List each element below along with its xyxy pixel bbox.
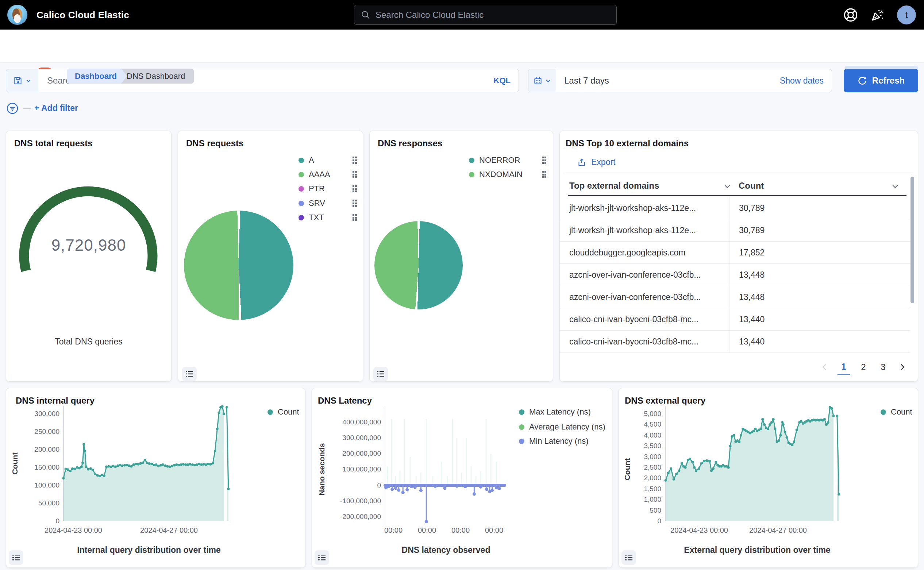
legend-item[interactable]: Max Latency (ns) — [519, 407, 610, 417]
news-party-popper-icon[interactable] — [870, 7, 885, 23]
count-cell: 13,448 — [729, 264, 910, 286]
series-color-dot — [881, 409, 886, 415]
legend-actions-icon[interactable] — [542, 156, 547, 164]
saved-query-menu-button[interactable] — [6, 69, 38, 92]
show-dates-button[interactable]: Show dates — [780, 76, 832, 86]
legend-actions-icon[interactable] — [352, 199, 357, 207]
panel-dns-internal-query: DNS internal query Count Count 300,00025… — [6, 388, 305, 568]
series-color-dot — [519, 424, 524, 430]
legend-actions-icon[interactable] — [352, 156, 357, 164]
table-row[interactable]: jlt-worksh-jlt-workshop-aks-112e...30,78… — [560, 219, 910, 242]
legend-actions-icon[interactable] — [542, 171, 547, 178]
panel-dns-latency: DNS Latency Max Latency (ns) Average Lat… — [312, 388, 612, 568]
x-axis-tick: 2024-04-27 00:00 — [140, 526, 198, 535]
table-row[interactable]: azcni-over-ivan-conference-03cfb...13,44… — [560, 264, 910, 286]
series-color-dot — [268, 409, 273, 415]
table-row[interactable]: azcni-over-ivan-conference-03cfb...13,44… — [560, 286, 910, 308]
series-color-dot — [299, 186, 304, 192]
x-axis-tick: 00:00 — [485, 526, 503, 535]
legend-item[interactable]: Min Latency (ns) — [519, 436, 610, 446]
list-icon — [318, 553, 326, 562]
domain-cell: calico-cni-ivan-byocni-03cfb8-mc... — [560, 314, 729, 325]
export-button[interactable]: Export — [577, 157, 615, 167]
y-axis-tick: 500 — [650, 506, 661, 515]
legend-item[interactable]: TXT — [299, 212, 357, 222]
kql-language-button[interactable]: KQL — [486, 76, 519, 86]
x-axis-tick: 00:00 — [384, 526, 403, 535]
legend-item[interactable]: Count — [881, 407, 912, 417]
chevron-down-icon[interactable] — [891, 182, 899, 190]
page-3-button[interactable]: 3 — [877, 359, 889, 375]
legend-item[interactable]: Average Latency (ns) — [519, 422, 610, 432]
chevron-down-icon[interactable] — [723, 182, 731, 190]
y-axis-tick: 5,000 — [644, 409, 661, 418]
refresh-icon — [857, 75, 867, 86]
area-chart-internal-query[interactable] — [63, 406, 233, 521]
pie-chart-dns-requests[interactable] — [184, 211, 293, 320]
domain-cell: azcni-over-ivan-conference-03cfb... — [560, 292, 729, 302]
x-axis-title: DNS latency observed — [402, 545, 490, 555]
panel-options-button[interactable] — [373, 367, 388, 382]
y-axis-tick: 3,000 — [644, 452, 661, 461]
legend-item[interactable]: Count — [268, 407, 299, 417]
legend-item[interactable]: A — [299, 155, 357, 165]
filter-icon[interactable] — [6, 103, 18, 114]
global-search[interactable] — [354, 5, 617, 25]
x-axis-tick: 2024-04-27 00:00 — [749, 526, 807, 535]
y-axis-tick: 100,000 — [34, 481, 60, 490]
x-axis-tick: 00:00 — [451, 526, 470, 535]
time-picker: Last 7 days Show dates — [528, 69, 832, 92]
legend-item[interactable]: NXDOMAIN — [469, 169, 546, 179]
x-axis-tick: 2024-04-23 00:00 — [44, 526, 102, 535]
domain-cell: jlt-worksh-jlt-workshop-aks-112e... — [560, 225, 729, 235]
y-axis-tick: 400,000,000 — [342, 418, 381, 427]
series-color-dot — [299, 172, 304, 177]
table-row[interactable]: clouddebugger.googleapis.com17,852 — [560, 242, 910, 264]
legend-item[interactable]: NOERROR — [469, 155, 546, 165]
table-header: Top external domains Count — [560, 178, 918, 194]
y-axis-tick: 250,000 — [34, 428, 60, 436]
column-header-domain[interactable]: Top external domains — [569, 181, 659, 191]
next-page-button[interactable] — [896, 359, 907, 375]
refresh-button[interactable]: Refresh — [844, 69, 918, 92]
panel-options-button[interactable] — [182, 367, 197, 382]
panel-options-button[interactable] — [314, 550, 329, 565]
y-axis-tick: -100,000,000 — [340, 496, 381, 506]
help-icon[interactable] — [843, 7, 858, 23]
panel-title: DNS external query — [625, 395, 705, 406]
panel-options-button[interactable] — [622, 550, 636, 565]
breadcrumb-dashboard[interactable]: Dashboard — [67, 69, 127, 84]
legend-actions-icon[interactable] — [352, 214, 357, 221]
series-color-dot — [469, 172, 474, 177]
calendar-menu-button[interactable] — [529, 69, 556, 92]
panel-dns-responses: DNS responses NOERROR NXDOMAIN — [369, 131, 553, 382]
line-chart-dns-latency[interactable] — [385, 406, 505, 526]
table-row[interactable]: calico-cni-ivan-byocni-03cfb8-mc...13,44… — [560, 331, 910, 353]
x-axis-tick: 2024-04-23 00:00 — [670, 526, 728, 535]
nav-bar: c Dashboard DNS Dashboard Full screen Sh… — [0, 29, 924, 63]
series-color-dot — [299, 201, 304, 206]
table-scrollbar[interactable] — [910, 177, 914, 303]
legend-item[interactable]: AAAA — [299, 169, 357, 179]
pie-chart-dns-responses[interactable] — [374, 221, 463, 310]
page-1-button[interactable]: 1 — [838, 359, 850, 375]
table-row[interactable]: jlt-worksh-jlt-workshop-aks-112e...30,78… — [560, 197, 910, 219]
legend-actions-icon[interactable] — [352, 171, 357, 178]
column-header-count[interactable]: Count — [739, 181, 764, 191]
calico-logo[interactable] — [7, 5, 28, 25]
time-range-value[interactable]: Last 7 days — [556, 75, 780, 86]
y-axis-tick: 150,000 — [34, 463, 60, 472]
table-row[interactable]: calico-cni-ivan-byocni-03cfb8-mc...13,44… — [560, 308, 910, 331]
user-avatar[interactable]: t — [897, 6, 916, 25]
series-color-dot — [519, 409, 524, 415]
global-search-input[interactable] — [375, 10, 610, 20]
previous-page-button[interactable] — [819, 359, 830, 375]
area-chart-external-query[interactable] — [666, 406, 845, 521]
y-axis-tick: 50,000 — [38, 499, 60, 507]
panel-options-button[interactable] — [9, 550, 23, 565]
page-2-button[interactable]: 2 — [857, 359, 870, 375]
legend-item[interactable]: SRV — [299, 198, 357, 208]
add-filter-button[interactable]: + Add filter — [34, 103, 78, 113]
legend-actions-icon[interactable] — [352, 185, 357, 192]
legend-item[interactable]: PTR — [299, 184, 357, 194]
